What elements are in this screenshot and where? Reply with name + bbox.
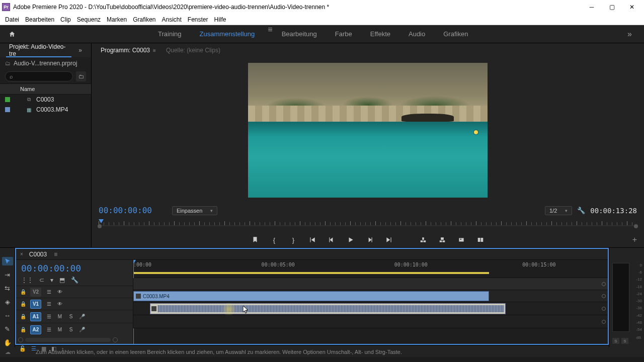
mark-out-button[interactable]: } xyxy=(289,235,298,244)
step-back-button[interactable] xyxy=(327,235,336,244)
add-marker-button[interactable] xyxy=(251,235,260,244)
track-target-a1[interactable]: A1 xyxy=(30,312,41,321)
track-output-icon[interactable]: 👁 xyxy=(56,289,63,296)
insert-toggle[interactable]: ⬒ xyxy=(59,277,65,284)
track-v2[interactable] xyxy=(133,278,608,290)
solo-left-button[interactable]: S xyxy=(612,338,619,344)
step-forward-button[interactable] xyxy=(365,235,374,244)
resolution-dropdown[interactable]: 1/2 ▾ xyxy=(545,206,572,215)
track-a2[interactable] xyxy=(133,315,608,328)
track-select-tool[interactable]: ⇥ xyxy=(2,270,13,279)
track-target-a2[interactable]: A2 xyxy=(30,325,41,334)
lock-icon[interactable]: 🔒 xyxy=(20,327,26,332)
tab-source[interactable]: Quelle: (keine Clips) xyxy=(161,43,225,57)
comparison-view-button[interactable] xyxy=(476,235,485,244)
voiceover-icon[interactable]: 🎤 xyxy=(78,326,86,333)
project-search-input[interactable]: ⌕ xyxy=(5,71,73,81)
workspace-menu-icon[interactable]: ≡ xyxy=(268,25,272,43)
lock-icon[interactable]: 🔒 xyxy=(20,289,26,295)
pen-tool[interactable]: ✎ xyxy=(2,325,13,333)
program-ruler[interactable] xyxy=(99,219,637,231)
write-toggle[interactable]: 🔓 xyxy=(19,345,26,352)
menu-datei[interactable]: Datei xyxy=(2,16,22,23)
menu-bearbeiten[interactable]: Bearbeiten xyxy=(22,16,57,23)
voiceover-icon[interactable]: 🎤 xyxy=(78,313,86,320)
marker-toggle[interactable]: ▾ xyxy=(50,277,53,284)
track-row-v2[interactable]: 🔒 V2 ☰ 👁 xyxy=(16,286,133,298)
timeline-tab[interactable]: × C0003 ≡ xyxy=(20,251,57,258)
track-row-a2[interactable]: 🔒 A2 ☰ M S 🎤 xyxy=(16,323,133,336)
menu-ansicht[interactable]: Ansicht xyxy=(158,16,184,23)
track-target-v1[interactable]: V1 xyxy=(30,300,41,309)
panel-menu-icon[interactable]: ≡ xyxy=(54,251,57,258)
close-button[interactable]: ✕ xyxy=(622,0,642,14)
timeline-tracks-area[interactable]: :00:00 00:00:05:00 00:00:10:00 00:00:15:… xyxy=(133,260,608,344)
workspace-audio[interactable]: Audio xyxy=(399,25,434,43)
sync-lock-icon[interactable]: ☰ xyxy=(45,326,52,333)
menu-hilfe[interactable]: Hilfe xyxy=(211,16,229,23)
workspace-farbe[interactable]: Farbe xyxy=(326,25,361,43)
minimize-button[interactable]: ─ xyxy=(582,0,602,14)
solo-button[interactable]: S xyxy=(67,313,74,320)
panel-menu-icon[interactable]: ≡ xyxy=(153,48,156,53)
track-v1[interactable]: C0003.MP4 xyxy=(133,290,608,302)
goto-in-button[interactable] xyxy=(308,235,317,244)
zoom-fit-dropdown[interactable]: Einpassen ▾ xyxy=(172,206,217,215)
project-column-name[interactable]: Name xyxy=(0,83,91,95)
video-clip[interactable]: C0003.MP4 xyxy=(133,291,489,301)
menu-clip[interactable]: Clip xyxy=(57,16,74,23)
button-editor-icon[interactable]: + xyxy=(632,235,637,244)
export-frame-button[interactable] xyxy=(457,235,466,244)
workspace-effekte[interactable]: Effekte xyxy=(361,25,399,43)
sync-lock-icon[interactable]: ☰ xyxy=(45,301,52,308)
timeline-ruler[interactable]: :00:00 00:00:05:00 00:00:10:00 00:00:15:… xyxy=(133,260,608,278)
extract-button[interactable] xyxy=(438,235,447,244)
workspace-bearbeitung[interactable]: Bearbeitung xyxy=(273,25,326,43)
solo-button[interactable]: S xyxy=(67,326,74,333)
razor-tool[interactable]: ◈ xyxy=(2,298,13,306)
play-button[interactable] xyxy=(346,235,355,244)
close-sequence-icon[interactable]: × xyxy=(20,251,23,257)
settings-icon[interactable]: 🔧 xyxy=(577,207,585,214)
hand-tool[interactable]: ✋ xyxy=(2,338,13,347)
workspace-zusammenstellung[interactable]: Zusammenstellung xyxy=(190,25,264,43)
menu-grafiken[interactable]: Grafiken xyxy=(130,16,158,23)
audio-meters[interactable]: 0-6-12 -18-24-30 -36-42-48 -54 dB S S xyxy=(609,248,644,347)
menu-sequenz[interactable]: Sequenz xyxy=(74,16,104,23)
lift-button[interactable] xyxy=(419,235,428,244)
program-timecode-left[interactable]: 00:00:00:00 xyxy=(99,206,152,215)
ripple-edit-tool[interactable]: ⇆ xyxy=(2,284,13,293)
track-row-v1[interactable]: 🔒 V1 ☰ 👁 xyxy=(16,298,133,310)
program-monitor[interactable] xyxy=(248,63,488,198)
workspace-training[interactable]: Training xyxy=(149,25,190,43)
project-overflow-icon[interactable]: » xyxy=(73,43,87,57)
timeline-timecode[interactable]: 00:00:00:00 xyxy=(16,260,133,277)
track-target-v2[interactable]: V2 xyxy=(30,288,41,297)
linked-selection-toggle[interactable]: ⊂ xyxy=(39,277,44,284)
timeline-zoom-scroll[interactable] xyxy=(16,336,133,344)
tab-program[interactable]: Programm: C0003 ≡ xyxy=(96,43,161,57)
lock-icon[interactable]: 🔒 xyxy=(20,301,26,307)
menu-fenster[interactable]: Fenster xyxy=(185,16,211,23)
slip-tool[interactable]: ↔ xyxy=(2,311,13,320)
sync-lock-icon[interactable]: ☰ xyxy=(45,313,52,320)
track-a1[interactable] xyxy=(133,302,608,315)
home-icon[interactable] xyxy=(6,28,18,40)
snap-toggle[interactable]: ⋮⋮ xyxy=(21,277,33,284)
project-item-clip[interactable]: ▦ C0003.MP4 xyxy=(0,105,91,115)
solo-right-button[interactable]: S xyxy=(621,338,628,344)
cloud-sync-icon[interactable]: ☁ xyxy=(5,349,11,355)
new-bin-button[interactable]: 🗀 xyxy=(76,71,86,81)
mute-button[interactable]: M xyxy=(56,313,63,320)
menu-marken[interactable]: Marken xyxy=(104,16,130,23)
audio-clip[interactable] xyxy=(150,303,506,314)
goto-out-button[interactable] xyxy=(384,235,393,244)
workspace-overflow-icon[interactable]: » xyxy=(621,30,638,39)
lock-icon[interactable]: 🔒 xyxy=(20,314,26,319)
project-item-sequence[interactable]: ⧉ C0003 xyxy=(0,95,91,105)
selection-tool[interactable] xyxy=(2,257,13,265)
mute-button[interactable]: M xyxy=(56,326,63,333)
track-row-a1[interactable]: 🔒 A1 ☰ M S 🎤 xyxy=(16,310,133,323)
tab-project[interactable]: Projekt: Audio-Video-tre xyxy=(4,43,73,57)
workspace-grafiken[interactable]: Grafiken xyxy=(434,25,477,43)
